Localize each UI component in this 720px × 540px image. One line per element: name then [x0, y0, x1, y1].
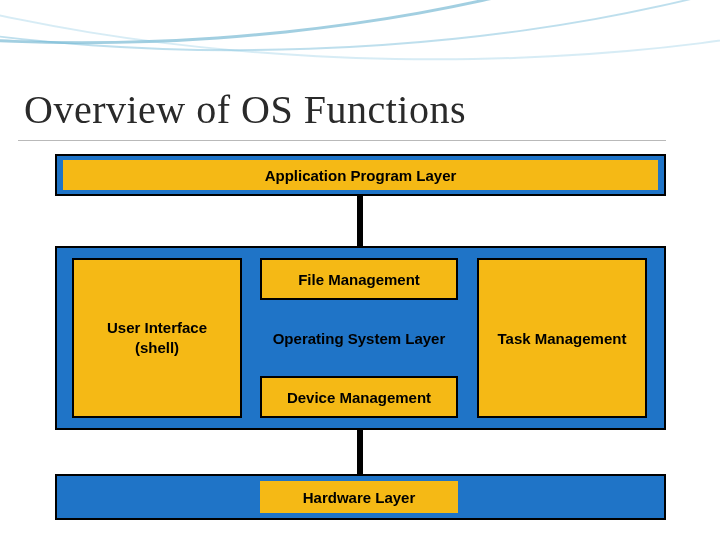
decorative-wave: [0, 0, 720, 74]
title-underline: [18, 140, 666, 141]
user-interface-box: User Interface (shell): [72, 258, 242, 418]
file-management-box: File Management: [260, 258, 458, 300]
task-management-box: Task Management: [477, 258, 647, 418]
hardware-layer-label: Hardware Layer: [260, 481, 458, 513]
decorative-wave: [0, 0, 720, 76]
decorative-wave: [0, 0, 720, 88]
os-layer-label: Operating System Layer: [260, 317, 458, 359]
application-layer-label: Application Program Layer: [63, 160, 658, 190]
connector-app-to-os: [357, 196, 363, 246]
connector-os-to-hw: [357, 430, 363, 474]
device-management-box: Device Management: [260, 376, 458, 418]
slide-title: Overview of OS Functions: [24, 86, 466, 133]
user-interface-label-line2: (shell): [107, 338, 207, 358]
user-interface-label-line1: User Interface: [107, 318, 207, 338]
